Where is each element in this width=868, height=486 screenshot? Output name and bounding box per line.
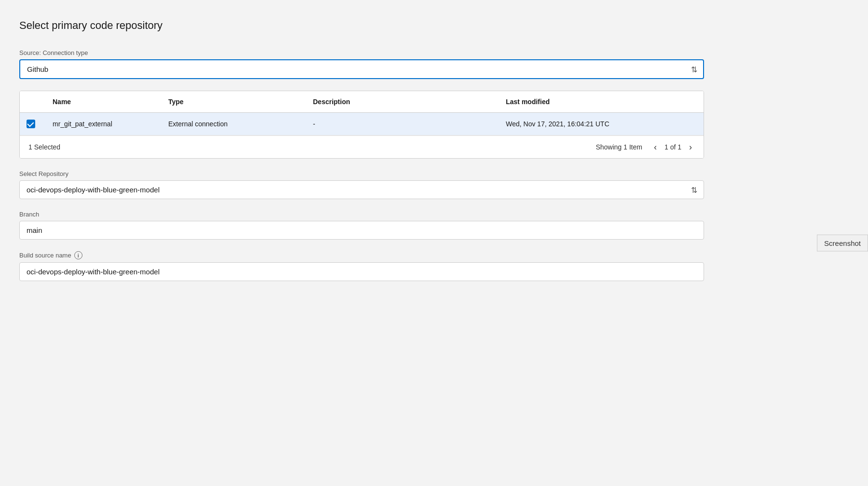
- table-body: mr_git_pat_external External connection …: [20, 113, 704, 135]
- build-source-name-info-icon: i: [74, 251, 82, 259]
- table-col-description: Description: [304, 91, 497, 113]
- build-source-name-input[interactable]: [19, 262, 704, 281]
- selected-count: 1 Selected: [28, 143, 60, 151]
- page-title: Select primary code repository: [19, 19, 704, 32]
- table-col-checkbox: [20, 91, 44, 113]
- connection-type-select-wrapper: GithubGitlabBitbucket ⇅: [19, 59, 704, 79]
- build-source-name-label-row: Build source name i: [19, 251, 704, 259]
- row-checkbox-checked[interactable]: [27, 120, 35, 128]
- select-repository-wrapper: oci-devops-deploy-with-blue-green-model …: [19, 180, 704, 199]
- connection-type-label: Source: Connection type: [19, 49, 704, 56]
- build-source-name-section: Build source name i: [19, 251, 704, 281]
- row-description: -: [304, 113, 497, 135]
- page-total: 1: [678, 143, 681, 151]
- page-current: 1: [665, 143, 668, 151]
- branch-section: Branch: [19, 211, 704, 240]
- row-name: mr_git_pat_external: [44, 113, 160, 135]
- branch-input[interactable]: [19, 221, 704, 240]
- pagination-next-button[interactable]: ›: [686, 142, 695, 152]
- select-repository-label: Select Repository: [19, 170, 704, 177]
- pagination-prev-button[interactable]: ‹: [651, 142, 660, 152]
- select-repository-select[interactable]: oci-devops-deploy-with-blue-green-model: [19, 180, 704, 199]
- table-col-name: Name: [44, 91, 160, 113]
- pagination-info: Showing 1 Item: [596, 143, 642, 151]
- row-type: External connection: [160, 113, 304, 135]
- repository-table-section: Name Type Description Last modified mr_g…: [19, 91, 704, 159]
- build-source-name-label: Build source name: [19, 252, 71, 259]
- table-col-last-modified: Last modified: [497, 91, 704, 113]
- screenshot-badge: Screenshot: [817, 235, 868, 252]
- table-row[interactable]: mr_git_pat_external External connection …: [20, 113, 704, 135]
- page-separator: of: [670, 143, 678, 151]
- branch-label: Branch: [19, 211, 704, 218]
- row-checkbox-cell[interactable]: [20, 113, 44, 135]
- table-col-type: Type: [160, 91, 304, 113]
- select-repository-section: Select Repository oci-devops-deploy-with…: [19, 170, 704, 199]
- table-header: Name Type Description Last modified: [20, 91, 704, 113]
- pagination: Showing 1 Item ‹ 1 of 1 ›: [596, 142, 695, 152]
- table-footer: 1 Selected Showing 1 Item ‹ 1 of 1 ›: [20, 135, 704, 158]
- connection-type-section: Source: Connection type GithubGitlabBitb…: [19, 49, 704, 79]
- row-last-modified: Wed, Nov 17, 2021, 16:04:21 UTC: [497, 113, 704, 135]
- connection-type-select[interactable]: GithubGitlabBitbucket: [19, 59, 704, 79]
- repository-table: Name Type Description Last modified mr_g…: [20, 91, 704, 135]
- page-indicator: 1 of 1: [665, 143, 681, 151]
